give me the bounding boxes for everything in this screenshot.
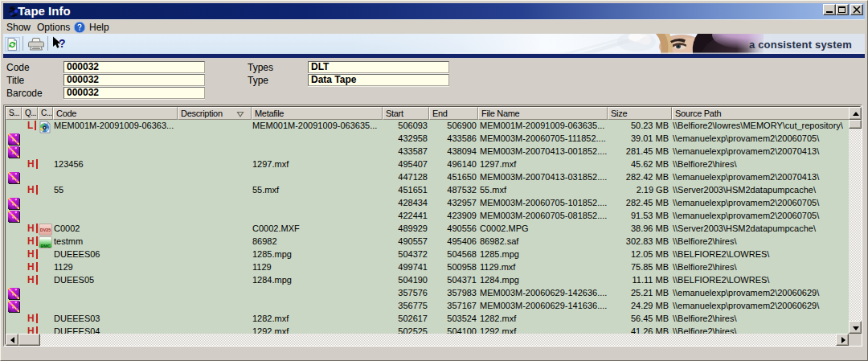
svg-text:?: ? xyxy=(59,37,66,50)
